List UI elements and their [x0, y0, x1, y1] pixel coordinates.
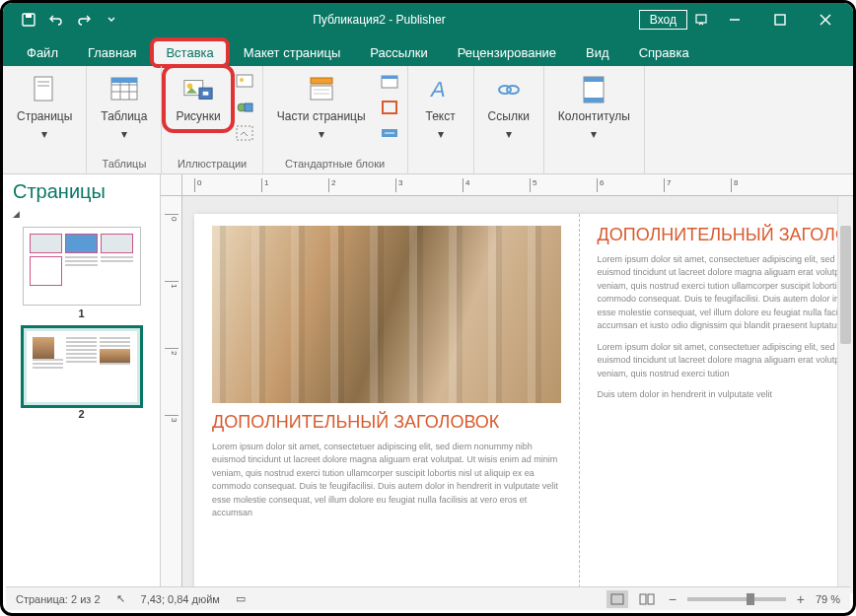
window-title: Публикация2 - Publisher: [119, 13, 639, 27]
svg-rect-4: [775, 15, 785, 25]
table-icon: [108, 74, 140, 105]
zoom-slider[interactable]: [687, 597, 786, 601]
ribbon-group-links: Ссылки ▾: [474, 66, 544, 173]
collapse-icon[interactable]: ◢: [13, 209, 150, 219]
tables-group-label: Таблицы: [93, 156, 155, 170]
pictures-button[interactable]: Рисунки: [168, 70, 228, 127]
ribbon: Страницы ▾ Таблица ▾ Таблицы Рисунки: [3, 66, 853, 174]
svg-rect-30: [382, 76, 397, 79]
chevron-down-icon: ▾: [41, 127, 47, 141]
view-spread-button[interactable]: [636, 590, 658, 608]
chevron-down-icon: ▾: [319, 127, 324, 141]
status-coords: 7,43; 0,84 дюйм: [141, 593, 220, 605]
canvas-area[interactable]: 0 1 2 3 4 5 6 7 8 0 1 2 3 ДОПОЛНИТЕЛЬНЫЙ…: [161, 174, 853, 593]
zoom-out-button[interactable]: −: [666, 591, 679, 607]
heading-2[interactable]: ДОПОЛНИТЕЛЬНЫЙ ЗАГОЛОВОК: [598, 226, 854, 245]
titlebar: Публикация2 - Publisher Вход: [3, 3, 853, 36]
picture-icon: [182, 74, 214, 105]
ribbon-group-tables: Таблица ▾ Таблицы: [87, 66, 162, 173]
text-button[interactable]: A Текст ▾: [414, 70, 467, 145]
redo-icon[interactable]: [76, 12, 92, 28]
page-number-2: 2: [13, 408, 150, 420]
quick-access-toolbar: [3, 12, 119, 28]
svg-rect-26: [311, 86, 332, 100]
zoom-level[interactable]: 79 %: [816, 593, 840, 605]
undo-icon[interactable]: [48, 12, 64, 28]
svg-rect-31: [383, 102, 396, 113]
ribbon-options-icon[interactable]: [693, 12, 709, 28]
close-button[interactable]: [806, 5, 845, 34]
ribbon-group-headerfooter: Колонтитулы ▾: [544, 66, 645, 173]
borders-button[interactable]: [378, 96, 401, 119]
ribbon-tabs: Файл Главная Вставка Макет страницы Расс…: [3, 36, 853, 66]
body-text-1[interactable]: Lorem ipsum dolor sit amet, consectetuer…: [212, 441, 561, 520]
ribbon-group-blocks: Части страницы ▾ Стандартные блоки: [263, 66, 408, 173]
minimize-button[interactable]: [715, 5, 754, 34]
chevron-down-icon: ▾: [438, 127, 444, 141]
svg-rect-1: [26, 14, 32, 18]
login-button[interactable]: Вход: [639, 10, 687, 30]
page-number-1: 1: [13, 308, 150, 319]
page-parts-button[interactable]: Части страницы ▾: [269, 70, 374, 145]
zoom-in-button[interactable]: +: [794, 591, 808, 607]
ribbon-group-text: A Текст ▾: [408, 66, 474, 173]
svg-rect-8: [37, 81, 49, 83]
tab-insert[interactable]: Вставка: [152, 39, 227, 66]
chevron-down-icon: ▾: [506, 127, 512, 141]
ruler-horizontal: 0 1 2 3 4 5 6 7 8: [182, 174, 853, 196]
document-page[interactable]: ДОПОЛНИТЕЛЬНЫЙ ЗАГОЛОВОК Lorem ipsum dol…: [194, 214, 853, 593]
page-column-2: ДОПОЛНИТЕЛЬНЫЙ ЗАГОЛОВОК Lorem ipsum dol…: [580, 214, 854, 593]
pages-label: Страницы: [17, 109, 72, 123]
save-icon[interactable]: [21, 12, 36, 28]
placeholder-image[interactable]: [212, 226, 561, 403]
svg-rect-39: [584, 98, 604, 103]
svg-rect-25: [311, 78, 332, 84]
tab-view[interactable]: Вид: [572, 39, 623, 66]
svg-text:A: A: [429, 77, 446, 102]
blocks-group-label: Стандартные блоки: [269, 156, 401, 170]
text-label: Текст: [425, 109, 455, 123]
links-label: Ссылки: [488, 109, 530, 123]
text-icon: A: [425, 74, 457, 105]
svg-point-36: [507, 86, 519, 94]
online-pictures-button[interactable]: [233, 70, 256, 94]
ruler-vertical: 0 1 2 3: [161, 196, 182, 593]
body-text-3[interactable]: Lorem ipsum dolor sit amet, consectetuer…: [598, 341, 854, 381]
body-text-2[interactable]: Lorem ipsum dolor sit amet, consectetuer…: [598, 253, 854, 333]
statusbar: Страница: 2 из 2 ↖ 7,43; 0,84 дюйм ▭ − +…: [6, 586, 850, 610]
links-button[interactable]: Ссылки ▾: [480, 70, 537, 145]
shapes-button[interactable]: [233, 96, 256, 119]
tab-mailings[interactable]: Рассылки: [356, 39, 441, 66]
tab-home[interactable]: Главная: [74, 39, 150, 66]
headerfooter-button[interactable]: Колонтитулы ▾: [550, 70, 638, 145]
scrollbar-vertical[interactable]: [837, 196, 853, 593]
qat-customize-icon[interactable]: [104, 12, 119, 28]
tab-review[interactable]: Рецензирование: [444, 39, 570, 66]
svg-rect-40: [611, 594, 623, 604]
advertisements-button[interactable]: [378, 121, 401, 145]
ribbon-group-illustrations: Рисунки Иллюстрации: [162, 66, 262, 173]
tab-file[interactable]: Файл: [13, 39, 72, 66]
tab-pagelayout[interactable]: Макет страницы: [230, 39, 355, 66]
svg-rect-9: [37, 85, 49, 87]
status-page[interactable]: Страница: 2 из 2: [16, 593, 101, 605]
heading-1[interactable]: ДОПОЛНИТЕЛЬНЫЙ ЗАГОЛОВОК: [212, 413, 561, 433]
illustrations-group-label: Иллюстрации: [168, 156, 255, 170]
link-icon: [493, 74, 525, 105]
pages-panel-title: Страницы: [13, 180, 150, 203]
workspace: Страницы ◢ 1 2 0 1 2 3 4 5: [3, 174, 853, 593]
table-button[interactable]: Таблица ▾: [93, 70, 155, 145]
picture-placeholder-button[interactable]: [233, 121, 256, 145]
pages-button[interactable]: Страницы ▾: [9, 70, 80, 145]
body-text-4[interactable]: Duis utem dolor in hendrerit in vulputat…: [598, 388, 854, 402]
headerfooter-icon: [578, 74, 609, 105]
maximize-button[interactable]: [760, 5, 800, 34]
view-single-button[interactable]: [606, 590, 628, 608]
tab-help[interactable]: Справка: [625, 39, 703, 66]
calendars-button[interactable]: [378, 70, 401, 94]
ruler-corner: [161, 174, 182, 196]
page-thumbnail-2[interactable]: [23, 327, 141, 406]
pointer-icon: ↖: [116, 592, 125, 605]
svg-rect-2: [696, 15, 706, 23]
page-thumbnail-1[interactable]: [23, 227, 141, 306]
